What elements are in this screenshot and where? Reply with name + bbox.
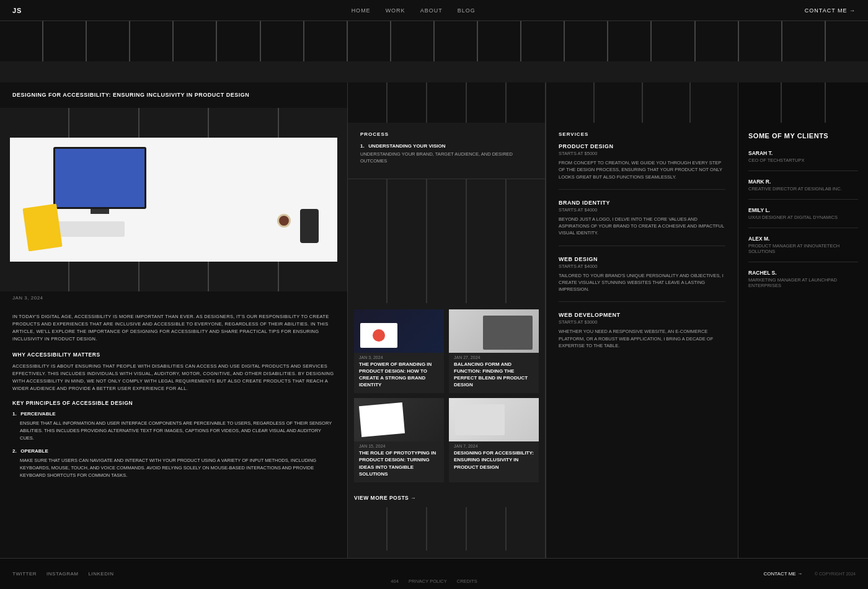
footer-twitter[interactable]: TWITTER [12, 571, 37, 577]
blog-post-image-4 [449, 398, 539, 441]
view-more-section[interactable]: VIEW MORE POSTS → [348, 489, 545, 507]
services-section: SERVICES PRODUCT DESIGN STARTS AT $5000 … [546, 123, 738, 376]
client-name-4: ALEX M. [748, 236, 858, 242]
blog-post-title-4[interactable]: DESIGNING FOR ACCESSIBILITY: ENSURING IN… [449, 450, 539, 476]
service-price-4: STARTS AT $3000 [559, 319, 725, 325]
client-item-2: MARK R. CREATIVE DIRECTOR AT DESIGNLAB I… [748, 179, 858, 200]
client-role-4: PRODUCT MANAGER AT INNOVATETECH SOLUTION… [748, 243, 858, 254]
footer-instagram[interactable]: INSTAGRAM [46, 571, 78, 577]
nav-links: HOME WORK ABOUT BLOG [352, 7, 476, 14]
article-top-grid [0, 108, 347, 138]
top-bar-cell [130, 21, 172, 61]
cbg-cell [507, 507, 545, 551]
article-bottom-grid [0, 262, 347, 291]
numbered-section-1: 1. PERCEIVABLE ENSURE THAT ALL INFORMATI… [12, 411, 335, 442]
grid-cell [0, 108, 68, 138]
img-element-4 [455, 404, 505, 435]
right-top-grid [738, 82, 868, 123]
blog-img-content-2 [449, 309, 539, 353]
footer-privacy[interactable]: PRIVACY POLICY [409, 578, 447, 584]
service-desc-3: TAILORED TO YOUR BRAND'S UNIQUE PERSONAL… [559, 272, 725, 293]
footer-404[interactable]: 404 [391, 578, 399, 584]
blog-post-title-2[interactable]: BALANCING FORM AND FUNCTION: FINDING THE… [449, 361, 539, 394]
stg-cell [595, 82, 642, 123]
blog-post-title-1[interactable]: THE POWER OF BRANDING IN PRODUCT DESIGN:… [354, 361, 444, 394]
top-bar-cell [348, 21, 390, 61]
top-bar-cell [652, 21, 694, 61]
monitor-stand [91, 209, 109, 214]
cmg-cell [507, 179, 545, 303]
service-item-3: WEB DESIGN STARTS AT $4000 TAILORED TO Y… [559, 256, 725, 303]
blog-post-date-1: JAN 3, 2024 [354, 353, 444, 361]
service-name-3: WEB DESIGN [559, 256, 725, 262]
blog-post-4: JAN 7, 2024 DESIGNING FOR ACCESSIBILITY:… [449, 398, 539, 482]
client-name-2: MARK R. [748, 179, 858, 185]
top-decorative-bar [0, 21, 868, 61]
grid-cell [140, 108, 208, 138]
footer-linkedin[interactable]: LINKEDIN [89, 571, 114, 577]
numbered-text-1: ENSURE THAT ALL INFORMATION AND USER INT… [12, 420, 335, 442]
top-bar-cell [43, 21, 86, 61]
grid-cell [279, 108, 347, 138]
nav-about[interactable]: ABOUT [420, 7, 443, 14]
blog-img-content-4 [449, 398, 539, 441]
grid-cell [140, 262, 208, 291]
clients-title: SOME OF MY CLIENTS [748, 131, 858, 140]
cmg-cell [467, 179, 505, 303]
branding-element [360, 323, 397, 348]
nav-contact-button[interactable]: CONTACT ME → [805, 7, 856, 14]
center-column: PROCESS 1. UNDERSTANDING YOUR VISION UND… [347, 82, 546, 589]
stg-cell [643, 82, 690, 123]
services-top-grid [546, 82, 738, 123]
top-bar-cell [87, 21, 129, 61]
blog-post-title-3[interactable]: THE ROLE OF PROTOTYPING IN PRODUCT DESIG… [354, 450, 444, 482]
footer-contact-button[interactable]: CONTACT ME → [764, 571, 802, 577]
rtg-cell [782, 82, 824, 123]
client-item-4: ALEX M. PRODUCT MANAGER AT INNOVATETECH … [748, 236, 858, 262]
tg-cell [507, 82, 545, 123]
nav-blog[interactable]: BLOG [458, 7, 476, 14]
footer-secondary-links: 404 PRIVACY POLICY CREDITS [391, 578, 477, 584]
view-more-button[interactable]: VIEW MORE POSTS → [354, 495, 416, 501]
coffee-cup [277, 214, 291, 228]
monitor [53, 147, 146, 209]
blog-img-content-3 [354, 398, 444, 441]
cbg-cell [388, 507, 426, 551]
center-top-grid [348, 82, 545, 123]
tg-cell [427, 82, 466, 123]
top-bar-cell [696, 21, 738, 61]
service-name-4: WEB DEVELOPMENT [559, 312, 725, 318]
service-desc-4: WHETHER YOU NEED A RESPONSIVE WEBSITE, A… [559, 328, 725, 349]
nav-home[interactable]: HOME [352, 7, 371, 14]
top-bar-cell [608, 21, 650, 61]
footer-credits[interactable]: CREDITS [457, 578, 477, 584]
numbered-title-1: 1. PERCEIVABLE [12, 411, 335, 417]
client-role-5: MARKETING MANAGER AT LAUNCHPAD ENTERPRIS… [748, 277, 858, 288]
right-panel: SOME OF MY CLIENTS SARAH T. CEO OF TECHS… [738, 82, 868, 589]
cbg-cell [427, 507, 466, 551]
top-bar-cell [435, 21, 477, 61]
services-column: SERVICES PRODUCT DESIGN STARTS AT $5000 … [546, 82, 738, 589]
top-bar-cell [739, 21, 781, 61]
tg-cell [348, 82, 386, 123]
article-section-title-1: WHY ACCESSIBILITY MATTERS [12, 352, 335, 358]
nav-work[interactable]: WORK [386, 7, 405, 14]
cmg-cell [427, 179, 466, 303]
process-tag: PROCESS [360, 131, 533, 137]
top-bar-cell [565, 21, 607, 61]
article-body: IN TODAY'S DIGITAL AGE, ACCESSIBILITY IS… [0, 304, 347, 494]
grid-cell [209, 262, 277, 291]
cbg-cell [467, 507, 505, 551]
notebook [22, 203, 62, 251]
top-bar-cell [782, 21, 825, 61]
tg-cell [467, 82, 505, 123]
blog-img-content-1 [354, 309, 444, 353]
service-item-1: PRODUCT DESIGN STARTS AT $5000 FROM CONC… [559, 143, 725, 190]
process-section: PROCESS 1. UNDERSTANDING YOUR VISION UND… [348, 123, 545, 179]
client-item-3: EMILY L. UX/UI DESIGNER AT DIGITAL DYNAM… [748, 207, 858, 228]
laptop-element [483, 316, 533, 350]
top-bar-cell [217, 21, 259, 61]
article-section-title-2: KEY PRINCIPLES OF ACCESSIBLE DESIGN [12, 400, 335, 406]
stg-cell [691, 82, 738, 123]
center-bottom-grid [348, 507, 545, 551]
